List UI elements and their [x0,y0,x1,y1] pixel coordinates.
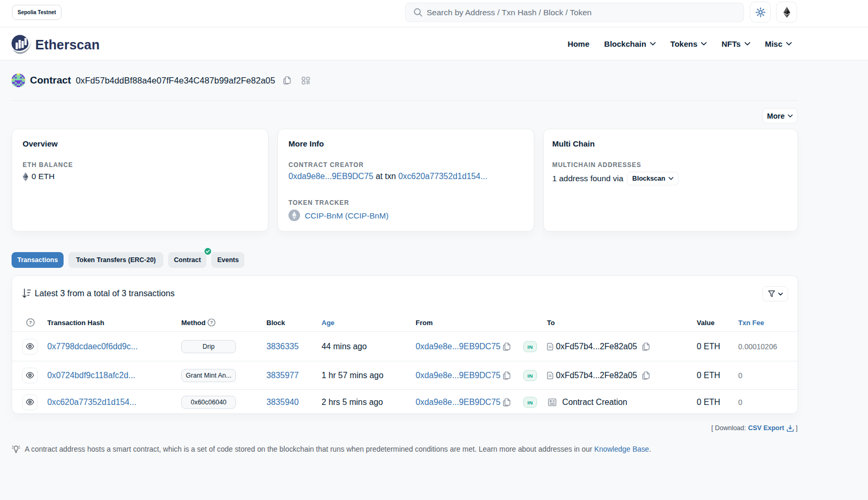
svg-text:?: ? [29,319,32,325]
svg-text:?: ? [210,320,213,325]
